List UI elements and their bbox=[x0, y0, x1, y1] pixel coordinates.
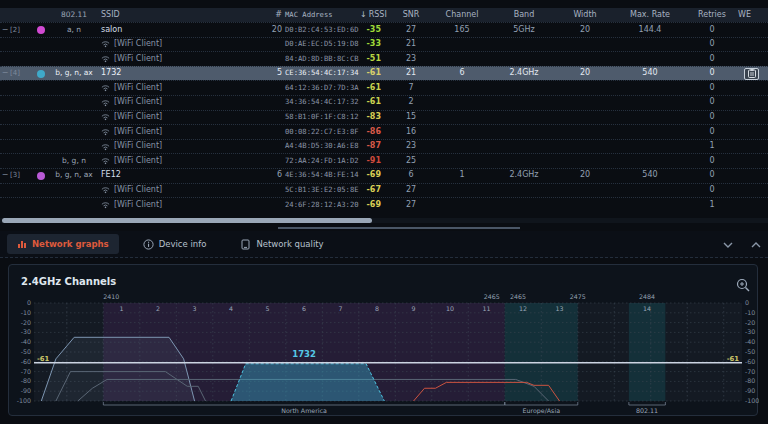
client-count: [2] bbox=[10, 23, 30, 38]
channel-label: 13 bbox=[556, 305, 564, 312]
y-axis-label-left: -100 bbox=[17, 397, 31, 404]
table-row[interactable]: [WiFi Client] 24:6F:28:12:A3:20 -69 27 1 bbox=[0, 197, 768, 212]
client-label: [WiFi Client] bbox=[114, 198, 162, 213]
table-row[interactable]: [WiFi Client] D0:AE:EC:D5:19:D8 -33 21 0 bbox=[0, 37, 768, 52]
col-snr[interactable]: SNR bbox=[390, 8, 432, 22]
cell-rssi: -91 bbox=[360, 154, 390, 169]
cell-ssid: [WiFi Client] bbox=[96, 183, 268, 198]
col-rate[interactable]: Max. Rate bbox=[614, 8, 686, 22]
cell-ssid: [WiFi Client] bbox=[96, 125, 268, 140]
panel-resize-handle[interactable] bbox=[278, 227, 520, 229]
chevron-up-icon[interactable] bbox=[750, 241, 762, 249]
expand-toggle[interactable]: − bbox=[0, 66, 10, 81]
tab-network-quality[interactable]: Network quality bbox=[230, 234, 333, 255]
frequency-label: 2465 bbox=[510, 293, 526, 300]
channel-label: 10 bbox=[446, 305, 454, 312]
y-axis-label-left: -30 bbox=[21, 328, 31, 335]
expand-toggle[interactable]: − bbox=[0, 23, 10, 38]
col-num[interactable]: # bbox=[268, 8, 282, 22]
table-row[interactable]: [WiFi Client] 64:12:36:D7:7D:3A -61 7 0 bbox=[0, 80, 768, 95]
zoom-in-icon[interactable] bbox=[735, 277, 751, 293]
cell-ssid: [WiFi Client] bbox=[96, 139, 268, 154]
cell-rssi: -33 bbox=[360, 37, 390, 52]
wifi-icon bbox=[101, 157, 110, 165]
clipboard-button[interactable] bbox=[744, 68, 759, 80]
y-axis-label-right: -20 bbox=[745, 319, 755, 326]
col-channel[interactable]: Channel bbox=[432, 8, 492, 22]
region-bracket bbox=[629, 402, 665, 405]
cell-mac: 34:36:54:4C:17:32 bbox=[282, 95, 360, 110]
client-label: [WiFi Client] bbox=[114, 125, 162, 140]
cell-retries: 1 bbox=[686, 139, 738, 154]
tab-label: Device info bbox=[159, 239, 207, 249]
cell-mac: A4:4B:D5:30:A6:E8 bbox=[282, 139, 360, 154]
cell-mac: 58:B1:0F:1F:C8:12 bbox=[282, 110, 360, 125]
cell-rssi: -69 bbox=[360, 198, 390, 213]
scrollbar-thumb[interactable] bbox=[2, 218, 372, 223]
wifi-icon bbox=[101, 186, 110, 194]
channels-panel: 2.4GHz Channels 00-10-10-20-20-30-30-40-… bbox=[8, 264, 758, 416]
cell-retries: 0 bbox=[686, 66, 738, 81]
cell-retries: 0 bbox=[686, 95, 738, 110]
table-row[interactable]: [WiFi Client] A4:4B:D5:30:A6:E8 -87 23 1 bbox=[0, 139, 768, 154]
table-row[interactable]: b, g, n [WiFi Client] 72:AA:24:FD:1A:D2 … bbox=[0, 153, 768, 168]
info-icon bbox=[143, 239, 154, 250]
cell-snr: 27 bbox=[390, 198, 432, 213]
wifi-icon bbox=[101, 99, 110, 107]
col-rssi[interactable]: ↓RSSI bbox=[360, 8, 390, 22]
table-row[interactable]: [WiFi Client] 34:36:54:4C:17:32 -61 2 0 bbox=[0, 95, 768, 110]
client-label: [WiFi Client] bbox=[114, 52, 162, 67]
tab-device-info[interactable]: Device info bbox=[133, 234, 217, 255]
table-row[interactable]: [WiFi Client] 00:08:22:C7:E3:8F -86 16 0 bbox=[0, 124, 768, 139]
cell-80211: b, g, n, ax bbox=[52, 66, 96, 81]
table-row[interactable]: − [4] b, g, n, ax 1732 5 CE:36:54:4C:17:… bbox=[0, 66, 768, 81]
cell-snr: 7 bbox=[390, 81, 432, 96]
cell-mac: 64:12:36:D7:7D:3A bbox=[282, 81, 360, 96]
cell-80211: b, g, n bbox=[52, 154, 96, 169]
cell-mac: 72:AA:24:FD:1A:D2 bbox=[282, 154, 360, 169]
frequency-label: 2465 bbox=[484, 293, 500, 300]
horizontal-scrollbar[interactable] bbox=[0, 218, 768, 223]
tab-network-graphs[interactable]: Network graphs bbox=[7, 234, 119, 254]
table-row[interactable]: [WiFi Client] 5C:B1:3E:E2:05:8E -67 27 0 bbox=[0, 183, 768, 198]
table-row[interactable]: [WiFi Client] 58:B1:0F:1F:C8:12 -83 15 0 bbox=[0, 110, 768, 125]
col-band[interactable]: Band bbox=[492, 8, 556, 22]
cell-width: 20 bbox=[556, 23, 614, 38]
network-table: 802.11 SSID # MAC Address ↓RSSI SNR Chan… bbox=[0, 8, 768, 212]
wifi-icon bbox=[101, 40, 110, 48]
chevron-down-icon[interactable] bbox=[722, 241, 734, 249]
table-row[interactable]: − [3] b, g, n, ax FE12 6 4E:36:54:4B:FE:… bbox=[0, 168, 768, 183]
cell-retries: 0 bbox=[686, 23, 738, 38]
cell-rssi: -83 bbox=[360, 110, 390, 125]
cell-rate: 144.4 bbox=[614, 23, 686, 38]
frequency-label: 2475 bbox=[570, 293, 586, 300]
cell-band: 5GHz bbox=[492, 23, 556, 38]
col-80211[interactable]: 802.11 bbox=[52, 8, 96, 22]
y-axis-label-left: -90 bbox=[21, 387, 31, 394]
cell-rssi: -35 bbox=[360, 23, 390, 38]
cell-mac: 4E:36:54:4B:FE:14 bbox=[282, 168, 360, 183]
y-axis-label-right: -100 bbox=[745, 397, 759, 404]
client-label: [WiFi Client] bbox=[114, 37, 162, 52]
cell-snr: 21 bbox=[390, 37, 432, 52]
col-we[interactable]: WE bbox=[738, 8, 768, 22]
tab-label: Network graphs bbox=[32, 239, 109, 249]
cell-retries: 0 bbox=[686, 81, 738, 96]
region-bracket-label: North America bbox=[281, 407, 327, 414]
channel-label: 12 bbox=[519, 305, 527, 312]
network-1732-fill bbox=[231, 364, 384, 401]
col-ssid[interactable]: SSID bbox=[96, 8, 268, 22]
expand-toggle[interactable]: − bbox=[0, 168, 10, 183]
cell-channel: 1 bbox=[432, 168, 492, 183]
cell-retries: 0 bbox=[686, 183, 738, 198]
col-width[interactable]: Width bbox=[556, 8, 614, 22]
cell-mac: D0:AE:EC:D5:19:D8 bbox=[282, 37, 360, 52]
table-row[interactable]: − [2] a, n salon 20 D0:B2:C4:53:ED:6D -3… bbox=[0, 22, 768, 37]
cell-mac: CE:36:54:4C:17:34 bbox=[282, 66, 360, 81]
col-mac[interactable]: MAC Address bbox=[282, 8, 360, 22]
channel-label: 3 bbox=[193, 305, 197, 312]
y-axis-label-right: -90 bbox=[745, 387, 755, 394]
col-retries[interactable]: Retries bbox=[686, 8, 738, 22]
table-row[interactable]: [WiFi Client] 84:AD:8D:BB:8C:CB -51 23 0 bbox=[0, 51, 768, 66]
cell-ssid: salon bbox=[96, 23, 268, 38]
